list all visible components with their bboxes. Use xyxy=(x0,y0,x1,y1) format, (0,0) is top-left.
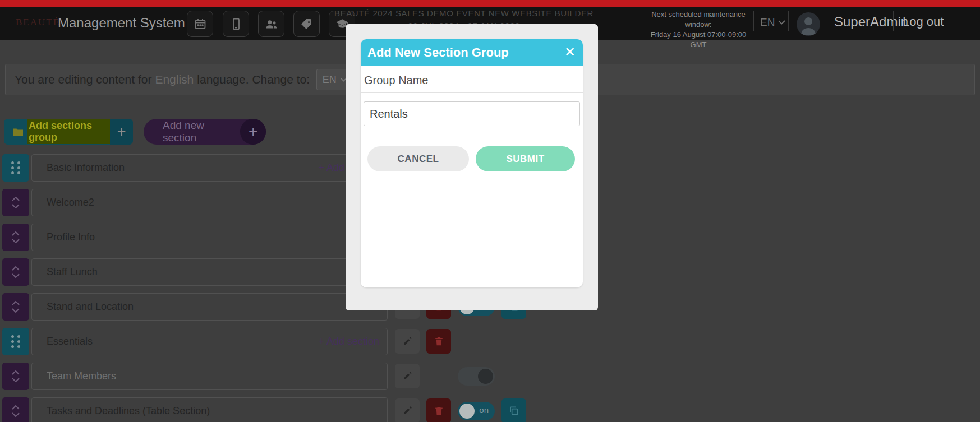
modal-header: Add New Section Group ✕ xyxy=(361,39,583,66)
calendar-icon xyxy=(194,17,207,31)
chevron-down-icon xyxy=(12,412,20,417)
move-handle[interactable] xyxy=(2,363,29,390)
edit-button[interactable] xyxy=(395,398,420,422)
duplicate-button[interactable] xyxy=(501,398,526,422)
row-box: Essentials + Add section xyxy=(31,328,388,355)
language-dropdown[interactable]: EN xyxy=(760,16,785,29)
cancel-button[interactable]: CANCEL xyxy=(367,146,469,171)
tag-button[interactable] xyxy=(293,11,320,37)
plus-icon: + xyxy=(240,119,266,145)
toggle-knob xyxy=(459,404,475,419)
row-box: Staff Lunch xyxy=(31,258,388,286)
delete-button[interactable] xyxy=(426,398,451,422)
topbar-divider xyxy=(788,11,789,31)
app-title: Management System xyxy=(58,15,185,31)
section-row: Team Members xyxy=(0,363,561,390)
row-title: Staff Lunch xyxy=(47,266,98,278)
move-handle[interactable] xyxy=(2,293,29,321)
row-title: Welcome2 xyxy=(47,197,94,208)
page-root: BEAUTÉ Management System xyxy=(0,0,980,422)
plus-icon: + xyxy=(110,119,133,145)
chevron-down-icon xyxy=(12,308,20,313)
submit-button[interactable]: SUBMIT xyxy=(476,146,575,171)
mobile-icon xyxy=(229,17,243,31)
chevron-up-icon xyxy=(12,405,20,410)
add-new-section-button[interactable]: Add new section + xyxy=(144,119,266,145)
chevron-down-icon xyxy=(12,273,20,278)
calendar-button[interactable] xyxy=(187,11,213,37)
row-box: Tasks and Deadlines (Table Section) xyxy=(31,397,388,422)
pencil-icon xyxy=(402,370,413,382)
section-group-row: Essentials + Add section xyxy=(0,328,561,355)
edit-button[interactable] xyxy=(395,329,420,354)
modal-card: Add New Section Group ✕ Group Name CANCE… xyxy=(361,39,583,287)
move-handle[interactable] xyxy=(2,397,29,422)
visibility-toggle[interactable]: on xyxy=(458,402,495,420)
username-label[interactable]: SuperAdmin xyxy=(834,14,908,30)
row-title: Tasks and Deadlines (Table Section) xyxy=(47,405,210,417)
row-box: Team Members xyxy=(31,363,388,390)
row-box: Basic Information + Add section xyxy=(31,154,388,182)
tag-icon xyxy=(300,17,314,31)
add-section-link[interactable]: + Add section xyxy=(318,336,379,347)
top-red-stripe xyxy=(0,0,980,7)
row-title: Basic Information xyxy=(47,162,125,174)
maintenance-line2: Friday 16 August 07:00-09:00 GMT xyxy=(645,30,752,50)
drag-handle[interactable] xyxy=(2,328,29,355)
row-title: Team Members xyxy=(47,370,116,382)
chevron-up-icon xyxy=(12,370,20,375)
group-name-label-row: Group Name xyxy=(361,66,583,93)
folder-icon xyxy=(13,128,23,136)
modal-buttons: CANCEL SUBMIT xyxy=(367,146,575,171)
banner-language-word: English xyxy=(155,73,194,86)
event-title: BEAUTÉ 2024 SALES DEMO EVENT NEW WEBSITE… xyxy=(324,8,604,18)
drag-dots-icon xyxy=(11,335,20,348)
copy-icon xyxy=(508,405,519,416)
move-handle[interactable] xyxy=(2,189,29,216)
edit-button[interactable] xyxy=(395,364,420,388)
modal-title: Add New Section Group xyxy=(367,45,509,60)
topbar-divider xyxy=(893,11,894,31)
row-box: Welcome2 xyxy=(31,189,388,216)
chevron-up-icon xyxy=(12,266,20,271)
row-box: Stand and Location xyxy=(31,293,388,321)
banner-text-suffix: language. Change to: xyxy=(197,73,310,86)
group-name-label: Group Name xyxy=(364,74,429,86)
chevron-down-icon xyxy=(12,204,20,208)
chevron-down-icon xyxy=(12,378,20,382)
move-handle[interactable] xyxy=(2,224,29,251)
mobile-button[interactable] xyxy=(223,11,249,37)
trash-icon xyxy=(434,336,444,347)
chevron-up-icon xyxy=(12,301,20,305)
toggle-on-label: on xyxy=(479,405,489,415)
users-button[interactable] xyxy=(258,11,284,37)
user-avatar[interactable] xyxy=(797,12,820,36)
chevron-up-icon xyxy=(12,197,20,201)
chevron-down-icon xyxy=(778,20,785,25)
section-row: Tasks and Deadlines (Table Section) on xyxy=(0,397,561,422)
move-handle[interactable] xyxy=(2,258,29,286)
person-icon xyxy=(797,12,820,36)
close-icon[interactable]: ✕ xyxy=(564,44,576,60)
pencil-icon xyxy=(402,336,413,347)
group-name-input[interactable] xyxy=(364,101,580,126)
chevron-up-icon xyxy=(12,231,20,236)
delete-button[interactable] xyxy=(426,329,451,354)
language-value: EN xyxy=(760,16,775,29)
add-section-group-modal: Add New Section Group ✕ Group Name CANCE… xyxy=(346,24,598,310)
row-title: Profile Info xyxy=(47,231,95,243)
row-title: Essentials xyxy=(47,336,93,347)
users-icon xyxy=(264,17,279,31)
drag-handle[interactable] xyxy=(2,154,29,182)
toggle-knob xyxy=(478,369,493,384)
add-sections-group-button[interactable]: Add sections group + xyxy=(4,119,133,145)
add-new-section-label: Add new section xyxy=(163,119,240,144)
add-sections-group-label: Add sections group xyxy=(27,119,110,144)
maintenance-notice: Next scheduled maintenance window: Frida… xyxy=(645,10,752,50)
drag-dots-icon xyxy=(11,161,20,174)
trash-icon xyxy=(434,405,444,416)
logout-button[interactable]: Log out xyxy=(903,15,944,29)
pencil-icon xyxy=(402,405,413,416)
visibility-toggle[interactable] xyxy=(458,367,495,386)
row-box: Profile Info xyxy=(31,224,388,251)
